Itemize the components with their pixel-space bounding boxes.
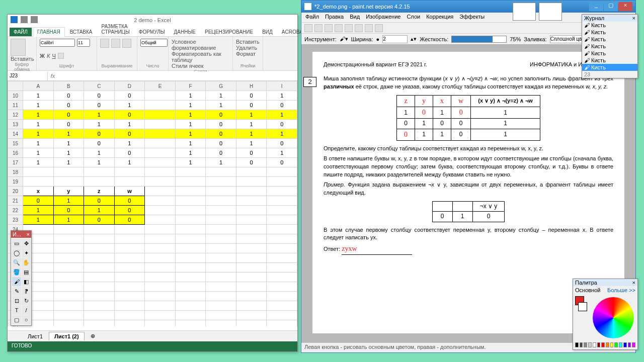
fx-icon[interactable]: fx [48, 73, 58, 79]
tab-home[interactable]: ГЛАВНАЯ [33, 27, 65, 37]
tab-review[interactable]: РЕЦЕНЗИРОВАНИЕ [201, 28, 257, 36]
hardness-slider[interactable] [451, 36, 507, 43]
sheet-tabs: Лист1 Лист1 (2) ⊕ [8, 330, 297, 341]
pdn-toolbox: И...× ▭✥ ◯✦ 🔍✋ 🪣▤ 🖌◧ ✎⁋ ⊡↻ T/ ▢○ [11, 230, 32, 326]
width-input[interactable] [382, 35, 408, 43]
recolor-tool-icon[interactable]: ↻ [22, 296, 31, 305]
history-panel: Журнал× 🖌 Кисть🖌 Кисть🖌 Кисть🖌 Кисть🖌 Ки… [582, 14, 638, 78]
stepper-icon[interactable]: ▴▾ [411, 36, 417, 42]
thumbnail[interactable] [513, 3, 536, 21]
new-icon[interactable] [304, 24, 312, 32]
history-item[interactable]: 🖌 Кисть [582, 43, 637, 50]
color-swatches[interactable] [573, 341, 637, 348]
history-item[interactable]: 🖌 Кисть [582, 64, 637, 71]
shape-tool-icon[interactable]: ▢ [12, 315, 21, 324]
shape-tool-icon[interactable]: ○ [22, 315, 31, 324]
new-sheet-button[interactable]: ⊕ [86, 332, 100, 340]
cell-styles-button[interactable]: Стили ячеек [172, 63, 229, 69]
paste-icon[interactable] [355, 24, 363, 32]
name-box[interactable] [8, 71, 48, 80]
undo-icon[interactable] [365, 24, 373, 32]
color-wheel[interactable] [593, 297, 634, 338]
save-icon[interactable] [21, 16, 28, 23]
gradient-tool-icon[interactable]: ▤ [22, 267, 31, 277]
line-tool-icon[interactable]: / [22, 306, 31, 315]
problem-text: В ответе напишите буквы w, x, y, z в том… [324, 155, 613, 179]
move-tool-icon[interactable]: ✥ [22, 239, 31, 248]
tab-file[interactable]: ФАЙЛ [10, 28, 32, 36]
number-format[interactable] [140, 39, 168, 47]
excel-window: 2 demo - Excel ФАЙЛ ГЛАВНАЯ ВСТАВКА РАЗМ… [7, 14, 298, 352]
format-table-button[interactable]: Форматировать как таблицу [172, 51, 229, 63]
undo-icon[interactable] [31, 16, 38, 23]
text-tool-icon[interactable]: T [12, 306, 21, 315]
maximize-button[interactable]: ▢ [604, 2, 618, 11]
thumbnail[interactable] [539, 3, 562, 21]
wand-tool-icon[interactable]: ✦ [22, 248, 31, 257]
paste-icon[interactable] [11, 39, 26, 56]
pan-tool-icon[interactable]: ✋ [22, 258, 31, 267]
align-icon[interactable] [100, 39, 109, 48]
menu-effects[interactable]: Эффекты [459, 14, 485, 21]
cut-icon[interactable] [335, 24, 343, 32]
palette-panel: Палитра× ОсновнойБольше >> [573, 279, 638, 350]
secondary-color[interactable] [578, 302, 587, 311]
spreadsheet-grid[interactable]: ABCDEFGHI1010001101111001110012101010111… [8, 81, 297, 326]
brush-tool-icon[interactable]: 🖌 [12, 277, 21, 286]
format-button[interactable]: Формат [236, 51, 260, 57]
menu-adjust[interactable]: Коррекция [426, 14, 453, 21]
excel-titlebar: 2 demo - Excel [8, 15, 297, 26]
font-select[interactable] [40, 39, 75, 47]
cond-format-button[interactable]: Условное форматирование [172, 39, 229, 51]
clone-tool-icon[interactable]: ⊡ [12, 296, 21, 305]
close-icon[interactable]: × [632, 280, 635, 286]
fill-tool-icon[interactable]: 🪣 [12, 267, 21, 277]
color-mode[interactable]: Основной [575, 287, 600, 293]
history-item[interactable]: 🖌 Кисть [582, 36, 637, 43]
example-text: Пример. Функция задана выражением ¬x ∨ y… [324, 181, 613, 197]
image-thumbnails [513, 3, 562, 21]
copy-icon[interactable] [345, 24, 353, 32]
redo-icon[interactable] [375, 24, 383, 32]
tab-view[interactable]: ВИД [258, 28, 277, 36]
history-item[interactable]: 🖌 Кисть [582, 50, 637, 57]
problem-text: В этом случае первому столбцу соответств… [324, 226, 613, 242]
border-icon[interactable] [58, 53, 64, 59]
close-button[interactable]: × [618, 2, 632, 11]
eraser-tool-icon[interactable]: ◧ [22, 277, 31, 286]
picker-tool-icon[interactable]: ⁋ [22, 287, 31, 296]
close-icon[interactable]: × [27, 231, 30, 237]
tab-formulas[interactable]: ФОРМУЛЫ [135, 28, 169, 36]
sheet-tab-active[interactable]: Лист1 (2) [49, 332, 85, 340]
history-item[interactable]: 🖌 Кисть [582, 22, 637, 29]
formula-input[interactable] [58, 71, 297, 80]
history-item[interactable]: 🖌 Кисть [582, 57, 637, 64]
delete-button[interactable]: Удалить [236, 45, 260, 51]
save-icon[interactable] [325, 24, 333, 32]
menu-file[interactable]: Файл [305, 14, 319, 21]
minimize-button[interactable]: _ [589, 2, 603, 11]
align-icon[interactable] [122, 39, 131, 48]
zoom-tool-icon[interactable]: 🔍 [12, 258, 21, 267]
menu-layers[interactable]: Слои [407, 14, 420, 21]
open-icon[interactable] [314, 24, 323, 32]
handwritten-answer: zyxw [342, 244, 412, 254]
more-button[interactable]: Больше >> [607, 287, 635, 293]
menu-image[interactable]: Изображение [366, 14, 400, 21]
font-size[interactable] [77, 39, 90, 47]
tab-insert[interactable]: ВСТАВКА [66, 28, 97, 36]
lasso-tool-icon[interactable]: ◯ [12, 248, 21, 257]
select-tool-icon[interactable]: ▭ [12, 239, 21, 248]
history-item[interactable]: 🖌 Кисть [582, 29, 637, 36]
pencil-tool-icon[interactable]: ✎ [12, 287, 21, 296]
insert-button[interactable]: Вставить [236, 39, 260, 45]
menu-view[interactable]: Вид [350, 14, 360, 21]
tab-data[interactable]: ДАННЫЕ [170, 28, 200, 36]
align-icon[interactable] [111, 39, 120, 48]
brush-icon[interactable]: 🖌▾ [340, 36, 348, 42]
sheet-tab[interactable]: Лист1 [23, 332, 48, 340]
menu-edit[interactable]: Правка [325, 14, 344, 21]
tab-layout[interactable]: РАЗМЕТКА СТРАНИЦЫ [98, 22, 134, 36]
close-icon[interactable]: × [632, 15, 635, 21]
quick-access-toolbar [11, 16, 38, 23]
